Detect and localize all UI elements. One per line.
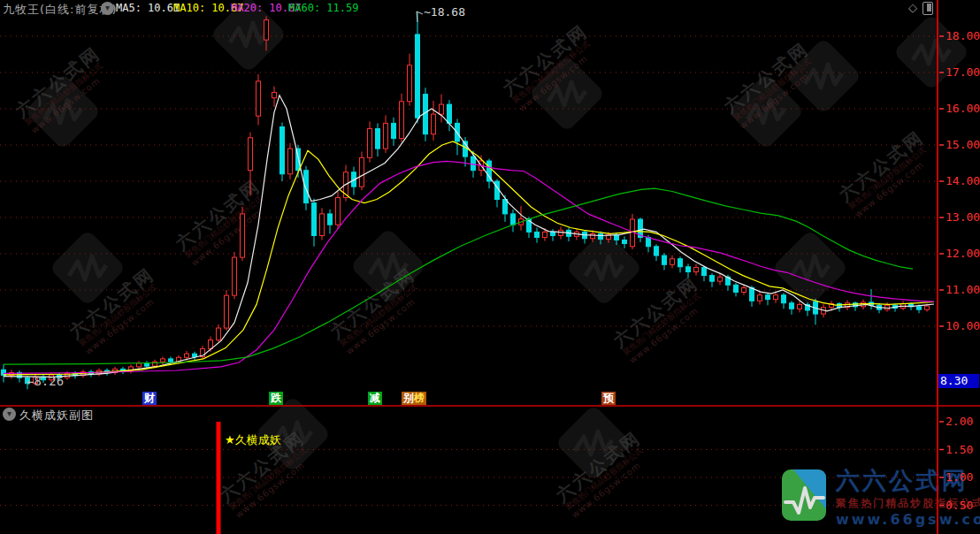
event-badge: 预 — [601, 392, 616, 405]
stock-title: 九牧王(白线:前复权) — [3, 2, 118, 18]
event-badge: 财 — [142, 392, 157, 405]
logo-brand-text: 六六公式网 — [836, 469, 980, 493]
logo-url: www.66gsw.com — [836, 512, 980, 528]
low-price-annotation: ←8.26 — [27, 374, 64, 388]
logo-tagline: 聚焦热门精品炒股指标公式 — [836, 496, 980, 510]
pulse-logo-icon — [781, 469, 827, 522]
event-badge: 跌 — [269, 392, 283, 405]
diamond-icon[interactable]: ◇ — [908, 1, 917, 14]
signal-label: ★久横成妖 — [225, 432, 281, 448]
ma-label: MA60: 11.59 — [288, 2, 358, 14]
event-badge: 减 — [368, 392, 382, 405]
app-window: 六六公式网聚焦热门精品炒股指标公式www.66gsw.com六六公式网聚焦热门精… — [0, 0, 980, 534]
subchart-title: 久横成妖副图 — [19, 408, 94, 423]
peak-price-annotation: ~18.68 — [424, 5, 465, 19]
chevron-down-icon[interactable]: ▾ — [3, 408, 16, 421]
event-badge: 别榜 — [402, 392, 426, 405]
page-icon[interactable] — [923, 2, 933, 15]
site-logo: 六六公式网 聚焦热门精品炒股指标公式 www.66gsw.com — [781, 469, 980, 528]
chevron-down-icon[interactable]: ▾ — [101, 2, 114, 15]
ma-label: MA5: 10.61 — [116, 2, 180, 14]
